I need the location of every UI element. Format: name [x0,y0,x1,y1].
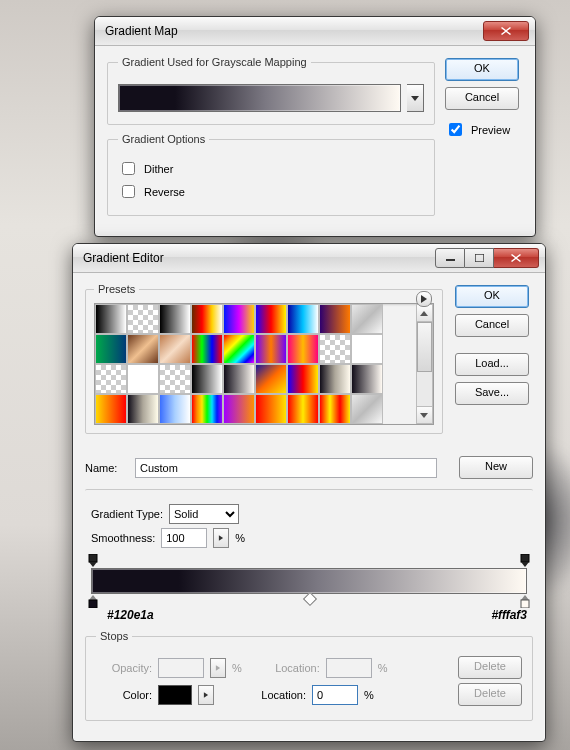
reverse-checkbox[interactable] [122,185,135,198]
chevron-up-icon [420,311,428,316]
dialog-title: Gradient Editor [83,251,435,265]
presets-flyout-button[interactable] [416,291,432,307]
scroll-track[interactable] [417,322,432,406]
save-button[interactable]: Save... [455,382,529,405]
preset-swatch[interactable] [319,364,351,394]
new-button[interactable]: New [459,456,533,479]
close-icon [501,27,511,35]
smoothness-label: Smoothness: [91,532,155,544]
opacity-input [158,658,204,678]
scroll-down-button[interactable] [417,406,432,423]
close-button[interactable] [494,248,539,268]
preset-swatch[interactable] [159,394,191,424]
opacity-label: Opacity: [96,662,152,674]
preset-swatch[interactable] [159,364,191,394]
stops-legend: Stops [96,630,132,642]
preset-swatch[interactable] [95,334,127,364]
percent-label: % [378,662,388,674]
preset-swatch[interactable] [191,364,223,394]
minimize-button[interactable] [435,248,465,268]
preset-swatch[interactable] [287,394,319,424]
preset-swatch[interactable] [223,304,255,334]
preset-swatch[interactable] [127,334,159,364]
preset-swatch[interactable] [351,304,383,334]
gradient-definition-fieldset: Gradient Type: Solid Smoothness: % [85,489,533,721]
reverse-label: Reverse [144,186,185,198]
color-picker-flyout[interactable] [198,685,214,705]
svg-rect-1 [475,254,484,262]
color-stop-left[interactable] [87,594,99,608]
titlebar[interactable]: Gradient Map [95,17,535,46]
opacity-stop-right[interactable] [519,554,531,568]
cancel-button[interactable]: Cancel [455,314,529,337]
color-swatch[interactable] [158,685,192,705]
preset-swatch[interactable] [255,364,287,394]
ok-button[interactable]: OK [455,285,529,308]
preset-swatch[interactable] [287,364,319,394]
grayscale-mapping-fieldset: Gradient Used for Grayscale Mapping [107,56,435,125]
maximize-icon [475,254,484,262]
preset-swatch[interactable] [159,304,191,334]
preset-swatch[interactable] [255,334,287,364]
cancel-button[interactable]: Cancel [445,87,519,110]
preset-swatch[interactable] [319,304,351,334]
presets-legend: Presets [94,283,139,295]
color-delete-button: Delete [458,683,522,706]
preset-swatch[interactable] [351,364,383,394]
scroll-up-button[interactable] [417,305,432,322]
percent-label: % [232,662,242,674]
preset-swatch[interactable] [191,304,223,334]
chevron-right-icon [216,665,220,671]
preset-swatch[interactable] [255,304,287,334]
preset-swatch[interactable] [319,394,351,424]
preset-swatch[interactable] [191,394,223,424]
gradient-type-select[interactable]: Solid [169,504,239,524]
preset-swatch[interactable] [287,334,319,364]
preset-swatch[interactable] [351,394,383,424]
preset-swatch[interactable] [287,304,319,334]
preset-swatch[interactable] [159,334,191,364]
preset-swatch[interactable] [95,364,127,394]
svg-rect-4 [521,554,529,562]
svg-marker-8 [521,595,529,600]
preset-swatch[interactable] [127,304,159,334]
maximize-button[interactable] [465,248,494,268]
close-button[interactable] [483,21,529,41]
flyout-icon [421,295,427,303]
preset-swatch[interactable] [223,334,255,364]
preset-swatch[interactable] [223,394,255,424]
svg-rect-2 [89,554,97,562]
gradient-ramp[interactable] [91,568,527,594]
chevron-right-icon [204,692,208,698]
preview-checkbox[interactable] [449,123,462,136]
preset-swatch[interactable] [127,394,159,424]
right-hex-label: #fffaf3 [491,608,527,622]
titlebar[interactable]: Gradient Editor [73,244,545,273]
preset-swatch[interactable] [351,334,383,364]
dither-checkbox[interactable] [122,162,135,175]
preset-swatch[interactable] [95,394,127,424]
preset-swatch[interactable] [95,304,127,334]
svg-marker-3 [89,562,97,567]
color-stop-right[interactable] [519,594,531,608]
gradient-preview[interactable] [118,84,401,112]
preset-swatch[interactable] [191,334,223,364]
smoothness-input[interactable] [161,528,207,548]
preset-swatch[interactable] [127,364,159,394]
opacity-location-input [326,658,372,678]
scroll-thumb[interactable] [417,322,432,372]
presets-grid [95,304,416,424]
preset-swatch[interactable] [319,334,351,364]
smoothness-stepper[interactable] [213,528,229,548]
ok-button[interactable]: OK [445,58,519,81]
preset-swatch[interactable] [223,364,255,394]
color-location-input[interactable] [312,685,358,705]
preset-swatch[interactable] [255,394,287,424]
opacity-delete-button: Delete [458,656,522,679]
gradient-picker-dropdown[interactable] [407,84,424,112]
presets-scrollbar[interactable] [416,304,433,424]
load-button[interactable]: Load... [455,353,529,376]
opacity-stop-left[interactable] [87,554,99,568]
name-input[interactable] [135,458,437,478]
midpoint-handle[interactable] [303,592,317,606]
